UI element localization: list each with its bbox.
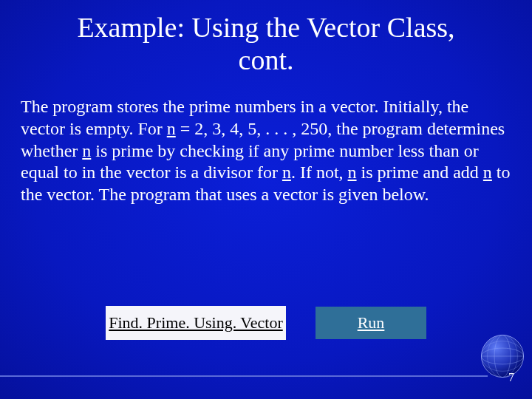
slide-body: The program stores the prime numbers in … xyxy=(21,96,511,206)
var-n: n xyxy=(348,163,357,182)
title-line-2: cont. xyxy=(239,44,294,75)
svg-point-2 xyxy=(481,341,523,372)
slide: Example: Using the Vector Class, cont. T… xyxy=(0,0,532,399)
svg-point-1 xyxy=(481,348,523,364)
slide-title: Example: Using the Vector Class, cont. xyxy=(0,12,532,76)
body-text: . If not, xyxy=(291,163,348,182)
var-n: n xyxy=(82,141,91,160)
var-n: n xyxy=(483,163,492,182)
button-row: Find. Prime. Using. Vector Run xyxy=(0,306,532,340)
var-n: n xyxy=(167,119,176,138)
button-label: Find. Prime. Using. Vector xyxy=(109,313,282,332)
button-label: Run xyxy=(358,313,385,332)
var-n: n xyxy=(282,163,291,182)
run-button[interactable]: Run xyxy=(316,307,426,339)
footer-divider xyxy=(0,375,488,377)
find-prime-using-vector-button[interactable]: Find. Prime. Using. Vector xyxy=(106,306,286,340)
title-line-1: Example: Using the Vector Class, xyxy=(77,12,454,43)
svg-point-0 xyxy=(481,335,523,377)
body-text: is prime and add xyxy=(357,163,483,182)
page-number: 7 xyxy=(508,371,514,384)
